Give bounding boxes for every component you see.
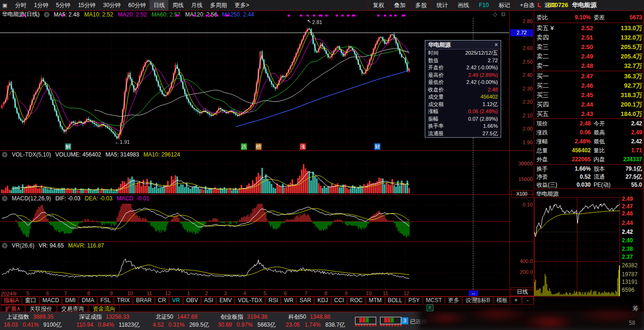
period-tab-分时[interactable]: 分时 bbox=[11, 0, 30, 10]
price-tick-2.30: 2.30 bbox=[511, 86, 533, 91]
ask-amount: 205.4万 bbox=[620, 52, 642, 61]
bid-label: 买四 bbox=[537, 100, 549, 109]
indicator-tab-DMI[interactable]: DMI bbox=[62, 297, 78, 305]
x-axis-label: 3 bbox=[224, 290, 227, 296]
index-科创50[interactable]: 科创501348.88 bbox=[289, 313, 330, 321]
indicator-tab-RSI[interactable]: RSI bbox=[265, 297, 281, 305]
bid-row-买四[interactable]: 买四2.44200.1万 bbox=[534, 100, 644, 109]
stat-value: 2.49 bbox=[631, 128, 642, 137]
collapse-icon[interactable]: ▾ bbox=[2, 243, 8, 248]
indicator-tab-BRAR[interactable]: BRAR bbox=[133, 297, 154, 305]
stat-value: 1.66% bbox=[560, 165, 591, 173]
badge-跌[interactable]: 跌 bbox=[241, 143, 247, 150]
chart-title: 华电能源(日线) bbox=[2, 10, 40, 18]
connection-count[interactable]: 3 bbox=[401, 317, 408, 324]
index-pct: 0.97% bbox=[237, 322, 253, 328]
tool-标记[interactable]: 标记 bbox=[494, 0, 515, 10]
badge-榜[interactable]: 榜 bbox=[256, 143, 262, 150]
block-cell bbox=[384, 318, 387, 322]
badge-财[interactable]: 财 bbox=[374, 143, 380, 150]
period-tab-更多>[interactable]: 更多> bbox=[231, 0, 253, 10]
block-cell bbox=[369, 318, 372, 322]
mini-icon[interactable]: 图 bbox=[427, 305, 433, 311]
index-北证50[interactable]: 北证501447.69 bbox=[156, 313, 198, 321]
tool-复权[interactable]: 复权 bbox=[368, 0, 389, 10]
index-创业板指[interactable]: 创业板指3194.36 bbox=[221, 313, 267, 321]
ask-row-卖四[interactable]: 卖四2.51132.0万 bbox=[534, 33, 644, 42]
tool-统计[interactable]: 统计 bbox=[431, 0, 453, 10]
chouma-chip[interactable]: 筹 bbox=[633, 305, 638, 313]
magenta-mark bbox=[306, 15, 309, 16]
tool-叠加[interactable]: 叠加 bbox=[389, 0, 410, 10]
magenta-mark bbox=[288, 15, 290, 16]
period-tab-多周期[interactable]: 多周期 bbox=[206, 0, 231, 10]
indicator-tab-MTM[interactable]: MTM bbox=[366, 297, 384, 305]
panel-icon[interactable]: ⊡ bbox=[501, 11, 505, 17]
stat-label: 量比 bbox=[594, 146, 605, 155]
indicator-tab-MACD[interactable]: MACD bbox=[40, 297, 62, 305]
indicator-tab-FSL[interactable]: FSL bbox=[98, 297, 114, 305]
indicator-tab-WR[interactable]: WR bbox=[281, 297, 296, 305]
intraday-mini-chart[interactable] bbox=[534, 197, 620, 297]
vr-chart[interactable] bbox=[0, 249, 509, 289]
collapse-icon[interactable]: ▾ bbox=[44, 12, 50, 17]
period-tab-1分钟[interactable]: 1分钟 bbox=[30, 0, 52, 10]
stat-label: 总量 bbox=[537, 146, 548, 155]
period-tab-月线[interactable]: 月线 bbox=[187, 0, 206, 10]
indicator-tab-EMV[interactable]: EMV bbox=[216, 297, 234, 305]
indicator-tab-BOLL[interactable]: BOLL bbox=[385, 297, 405, 305]
ask-row-卖五[interactable]: 卖五 ¥2.52133.0万 bbox=[534, 24, 644, 33]
vol-indicator-name[interactable]: VOL-TDX(5,10) bbox=[12, 151, 51, 158]
index-上证指数[interactable]: 上证指数3889.35 bbox=[7, 313, 53, 321]
index-深证成指[interactable]: 深证成指13258.33 bbox=[79, 313, 129, 321]
period-tab-15分钟[interactable]: 15分钟 bbox=[74, 0, 99, 10]
tooltip-value: 1.66% bbox=[483, 123, 498, 130]
volume-chart[interactable] bbox=[0, 158, 509, 194]
indicator-tab-OBV[interactable]: OBV bbox=[183, 297, 201, 305]
indicator-tab-SAR[interactable]: SAR bbox=[297, 297, 314, 305]
period-tab-60分钟[interactable]: 60分钟 bbox=[124, 0, 149, 10]
badge-涨[interactable]: 涨 bbox=[300, 143, 306, 150]
block-cell bbox=[394, 318, 397, 322]
tool-F10[interactable]: F10 bbox=[474, 0, 494, 10]
indicator-tab-VOL-TDX[interactable]: VOL-TDX bbox=[235, 297, 265, 305]
bid-row-买一[interactable]: 买一2.4736.3万 bbox=[534, 72, 644, 81]
indicator-tab-窗口[interactable]: 窗口 bbox=[22, 297, 39, 305]
indicator-tab-ASI[interactable]: ASI bbox=[201, 297, 216, 305]
indicator-tab-DMA[interactable]: DMA bbox=[79, 297, 97, 305]
indicator-tab-CR[interactable]: CR bbox=[155, 297, 169, 305]
macd-chart[interactable] bbox=[0, 202, 509, 241]
diamond-icon[interactable]: ◇ bbox=[493, 11, 497, 17]
stat-label: 净资 bbox=[537, 173, 548, 181]
indicator-tab-CCI[interactable]: CCI bbox=[331, 297, 347, 305]
indicator-tab-指标A[interactable]: 指标A bbox=[1, 297, 22, 305]
bid-row-买三[interactable]: 买三2.45318.3万 bbox=[534, 91, 644, 100]
period-tab-日线[interactable]: 日线 bbox=[149, 0, 168, 10]
tool-画线[interactable]: 画线 bbox=[453, 0, 474, 10]
bid-row-买二[interactable]: 买二2.4692.7万 bbox=[534, 81, 644, 91]
period-tab-30分钟[interactable]: 30分钟 bbox=[99, 0, 124, 10]
ask-row-卖三[interactable]: 卖三2.50205.5万 bbox=[534, 42, 644, 52]
period-box[interactable]: 日线 bbox=[511, 288, 534, 296]
window-icon[interactable]: ▣ bbox=[2, 2, 8, 8]
indicator-tab-KDJ[interactable]: KDJ bbox=[314, 297, 331, 305]
bid-amount: 184.0万 bbox=[620, 109, 642, 119]
collapse-icon[interactable]: ▾ bbox=[2, 152, 8, 157]
tool-+自选[interactable]: +自选 bbox=[515, 0, 539, 10]
period-tab-5分钟[interactable]: 5分钟 bbox=[52, 0, 74, 10]
collapse-icon[interactable]: ▾ bbox=[2, 196, 8, 201]
macd-indicator-name[interactable]: MACD(12,26,9) bbox=[12, 195, 51, 202]
tool-多股[interactable]: 多股 bbox=[410, 0, 431, 10]
close-icon[interactable]: × bbox=[495, 41, 498, 49]
indicator-tab-TRIX[interactable]: TRIX bbox=[114, 297, 132, 305]
indicator-tab-VR[interactable]: VR bbox=[169, 297, 183, 305]
vr-indicator-name[interactable]: VR(26,6) bbox=[12, 242, 34, 249]
ask-row-卖一[interactable]: 卖一2.4832.7万 bbox=[534, 61, 644, 71]
indicator-tab-ROC[interactable]: ROC bbox=[347, 297, 366, 305]
ask-row-卖二[interactable]: 卖二2.49205.4万 bbox=[534, 52, 644, 61]
x-axis-label: 11 bbox=[147, 290, 152, 296]
ma-label-0: MA5: 2.48 bbox=[54, 11, 80, 18]
badge-解[interactable]: 解 bbox=[65, 143, 71, 150]
bid-row-买五[interactable]: 买五2.43184.0万 bbox=[534, 109, 644, 119]
period-tab-周线[interactable]: 周线 bbox=[168, 0, 187, 10]
